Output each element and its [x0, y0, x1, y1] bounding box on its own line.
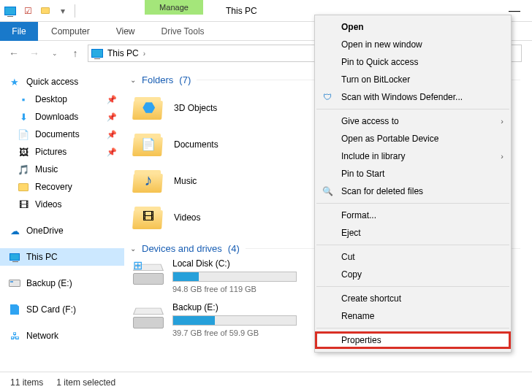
ctx-label: Rename [341, 311, 374, 321]
downloads-icon: ⬇ [18, 111, 29, 123]
ctx-separator [316, 328, 509, 328]
drive-icon [9, 277, 20, 289]
qat-separator [75, 4, 75, 18]
ctx-label: Properties [341, 335, 381, 345]
ctx-label: Copy [341, 269, 362, 280]
nav-label: Quick access [26, 77, 78, 87]
ctx-label: Create shortcut [341, 293, 401, 304]
nav-recovery[interactable]: Recovery [0, 178, 124, 196]
ctx-pin-quick-access[interactable]: Pin to Quick access [315, 53, 511, 71]
window-title: This PC [226, 6, 257, 16]
ctx-pin-start[interactable]: Pin to Start [315, 165, 511, 182]
nav-videos[interactable]: 🎞Videos [0, 196, 124, 213]
star-icon: ★ [9, 76, 20, 88]
ctx-cut[interactable]: Cut [315, 248, 511, 266]
group-count: (7) [179, 74, 191, 85]
nav-label: Network [26, 331, 58, 341]
ctx-scan-deleted[interactable]: 🔍Scan for deleted files [315, 182, 511, 200]
back-button[interactable]: ← [6, 45, 22, 61]
nav-label: OneDrive [26, 226, 64, 236]
nav-sd-card[interactable]: SD Card (F:) [0, 301, 124, 318]
capacity-text: 39.7 GB free of 59.9 GB [172, 328, 297, 337]
nav-backup-drive[interactable]: Backup (E:) [0, 274, 124, 292]
nav-onedrive[interactable]: ☁OneDrive [0, 222, 124, 239]
scan-icon: 🔍 [321, 185, 334, 198]
file-tab[interactable]: File [0, 22, 38, 41]
network-icon: 🖧 [9, 330, 20, 342]
chevron-down-icon: ⌄ [130, 76, 136, 84]
ctx-include-library[interactable]: Include in library› [315, 147, 511, 165]
ctx-bitlocker[interactable]: Turn on BitLocker [315, 71, 511, 88]
ctx-portable-device[interactable]: Open as Portable Device [315, 130, 511, 147]
nav-music[interactable]: 🎵Music [0, 161, 124, 178]
sd-card-icon [9, 304, 20, 315]
nav-label: Desktop [35, 94, 67, 104]
ctx-label: Include in library [341, 151, 405, 161]
ctx-label: Scan for deleted files [341, 186, 423, 196]
capacity-bar [172, 272, 297, 282]
qat-new-folder-icon[interactable] [38, 4, 53, 18]
tab-drive-tools[interactable]: Drive Tools [148, 22, 217, 41]
ctx-separator [316, 286, 509, 287]
nav-pictures[interactable]: 🖼Pictures📌 [0, 143, 124, 161]
pin-icon: 📌 [107, 130, 117, 139]
ctx-label: Pin to Start [341, 169, 384, 179]
drive-item-backup[interactable]: Backup (E:) 39.7 GB free of 59.9 GB [133, 302, 297, 346]
contextual-tab-group: Manage [145, 0, 203, 15]
ctx-properties[interactable]: Properties [315, 331, 511, 349]
context-menu: Open Open in new window Pin to Quick acc… [314, 15, 512, 353]
ctx-label: Pin to Quick access [341, 57, 418, 67]
this-pc-icon [3, 4, 18, 18]
ctx-separator [316, 203, 509, 204]
ctx-copy[interactable]: Copy [315, 266, 511, 283]
qat-dropdown-icon[interactable]: ▾ [56, 4, 70, 18]
ctx-eject[interactable]: Eject [315, 224, 511, 242]
music-icon: 🎵 [18, 164, 29, 175]
nav-label: Music [35, 164, 58, 174]
ctx-create-shortcut[interactable]: Create shortcut [315, 290, 511, 307]
breadcrumb-chevron-icon[interactable]: › [143, 50, 145, 58]
nav-this-pc[interactable]: This PC [0, 248, 124, 266]
pictures-icon: 🖼 [18, 146, 29, 158]
folder-icon: ⬣ [133, 95, 164, 121]
nav-documents[interactable]: 📄Documents📌 [0, 126, 124, 143]
ctx-give-access[interactable]: Give access to› [315, 112, 511, 130]
ctx-defender-scan[interactable]: 🛡Scan with Windows Defender... [315, 88, 511, 106]
drive-label: Backup (E:) [172, 302, 297, 312]
breadcrumb[interactable]: This PC [107, 48, 139, 58]
group-title: Devices and drives [142, 243, 222, 254]
location-icon [91, 49, 103, 58]
folder-icon: 📄 [133, 131, 164, 158]
nav-label: SD Card (F:) [26, 304, 76, 315]
tab-computer[interactable]: Computer [38, 22, 103, 41]
ctx-format[interactable]: Format... [315, 207, 511, 224]
ctx-separator [316, 109, 509, 109]
ctx-label: Open [341, 22, 364, 32]
capacity-text: 94.8 GB free of 119 GB [172, 285, 297, 293]
folder-label: 3D Objects [174, 103, 217, 113]
nav-desktop[interactable]: ▪Desktop📌 [0, 91, 124, 108]
ctx-label: Turn on BitLocker [341, 74, 410, 85]
forward-button[interactable]: → [26, 45, 42, 61]
desktop-icon: ▪ [18, 93, 29, 105]
nav-label: Videos [35, 199, 61, 210]
nav-network[interactable]: 🖧Network [0, 327, 124, 345]
nav-quick-access[interactable]: ★ Quick access [0, 73, 124, 91]
status-item-count: 11 items [10, 377, 43, 388]
this-pc-icon [9, 251, 20, 263]
tab-view[interactable]: View [103, 22, 148, 41]
recent-dropdown-icon[interactable]: ⌄ [47, 45, 63, 61]
drive-icon [133, 302, 164, 328]
nav-downloads[interactable]: ⬇Downloads📌 [0, 108, 124, 126]
folder-label: Music [174, 176, 197, 186]
ctx-label: Give access to [341, 116, 399, 126]
ctx-open[interactable]: Open [315, 18, 511, 36]
ctx-separator [316, 245, 509, 245]
documents-icon: 📄 [18, 128, 29, 140]
submenu-arrow-icon: › [501, 152, 503, 161]
ctx-rename[interactable]: Rename [315, 307, 511, 325]
qat-properties-icon[interactable]: ☑ [20, 4, 35, 18]
up-button[interactable]: ↑ [67, 45, 83, 61]
ctx-open-new-window[interactable]: Open in new window [315, 36, 511, 53]
ctx-label: Cut [341, 252, 355, 262]
